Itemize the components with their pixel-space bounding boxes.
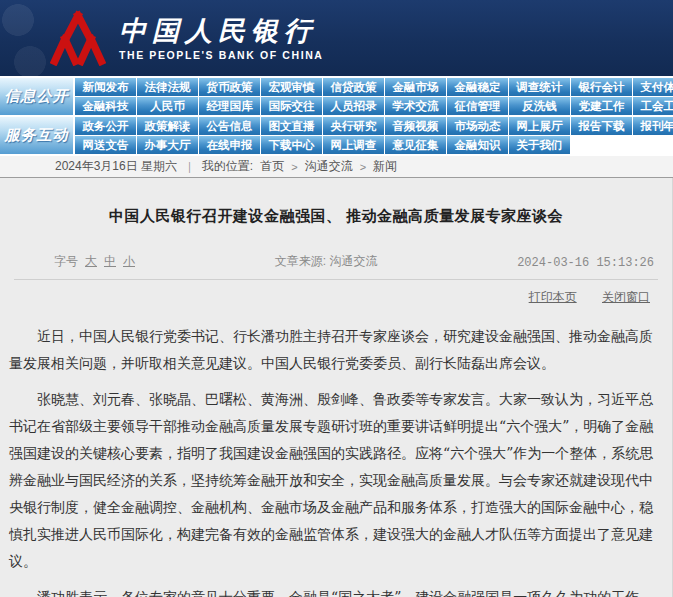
print-page-link[interactable]: 打印本页: [529, 290, 577, 304]
breadcrumb-separator-icon: >: [291, 161, 297, 173]
nav-item[interactable]: 网上调查: [323, 136, 384, 154]
article-body: 近日，中国人民银行党委书记、行长潘功胜主持召开专家座谈会，研究建设金融强国、推动…: [0, 323, 672, 597]
nav-item[interactable]: 下载中心: [261, 136, 322, 154]
nav-item[interactable]: 国际交往: [261, 97, 322, 115]
nav-item[interactable]: 在线申报: [199, 136, 260, 154]
breadcrumb: 2024年3月16日 星期六 ｜ 我的位置: 首页 > 沟通交流 > 新闻: [0, 156, 673, 178]
nav-item[interactable]: 人员招录: [323, 97, 384, 115]
article-source-label: 文章来源:: [275, 254, 326, 268]
article-paragraph: 近日，中国人民银行党委书记、行长潘功胜主持召开专家座谈会，研究建设金融强国、推动…: [9, 323, 663, 377]
article-meta-row: 字号 大 中 小 文章来源: 沟通交流 2024-03-16 15:13:26: [14, 253, 658, 280]
breadcrumb-divider: ｜: [184, 159, 195, 174]
page-title: 中国人民银行召开建设金融强国、 推动金融高质量发展专家座谈会: [30, 207, 642, 226]
nav-item[interactable]: 网上展厅: [509, 117, 570, 135]
nav-item[interactable]: 金融科技: [75, 97, 136, 115]
nav-item[interactable]: 金融稳定: [447, 78, 508, 96]
nav-item[interactable]: 信贷政策: [323, 78, 384, 96]
nav-item[interactable]: 政策解读: [137, 117, 198, 135]
nav-item[interactable]: 学术交流: [385, 97, 446, 115]
article-source: 文章来源: 沟通交流: [135, 253, 517, 270]
bank-name-en: THE PEOPLE'S BANK OF CHINA: [119, 49, 324, 61]
article-paragraph: 张晓慧、刘元春、张晓晶、巴曙松、黄海洲、殷剑峰、鲁政委等专家发言。大家一致认为，…: [9, 386, 663, 575]
nav-item[interactable]: 工会工作: [633, 97, 673, 115]
nav-row: 政务公开政策解读公告信息图文直播央行研究音频视频市场动态网上展厅报告下载报刊年鉴: [75, 117, 673, 135]
nav-item[interactable]: 关于我们: [509, 136, 570, 154]
nav-item[interactable]: 市场动态: [447, 117, 508, 135]
breadcrumb-separator-icon: >: [360, 161, 366, 173]
nav-item[interactable]: 新闻发布: [75, 78, 136, 96]
nav-group-label-service-interaction: 服务互动: [0, 117, 73, 154]
main-nav: 信息公开 新闻发布法律法规货币政策宏观审慎信贷政策金融市场金融稳定调查统计银行会…: [0, 76, 673, 156]
nav-item[interactable]: 图文直播: [261, 117, 322, 135]
font-size-large-link[interactable]: 大: [85, 253, 97, 270]
font-size-medium-link[interactable]: 中: [104, 253, 116, 270]
nav-group-label-info-disclosure: 信息公开: [0, 78, 73, 115]
nav-item[interactable]: 报告下载: [571, 117, 632, 135]
nav-rows-service-interaction: 政务公开政策解读公告信息图文直播央行研究音频视频市场动态网上展厅报告下载报刊年鉴…: [75, 117, 673, 154]
page: { "colors": { "header_bg": "#16305c", "l…: [0, 0, 673, 597]
font-size-label: 字号: [54, 253, 78, 270]
nav-item[interactable]: 政务公开: [75, 117, 136, 135]
nav-cell-empty: [633, 136, 673, 154]
nav-cell-empty: [571, 136, 632, 154]
nav-item[interactable]: 征信管理: [447, 97, 508, 115]
nav-item[interactable]: 央行研究: [323, 117, 384, 135]
nav-item[interactable]: 网送文告: [75, 136, 136, 154]
nav-item[interactable]: 货币政策: [199, 78, 260, 96]
nav-item[interactable]: 宏观审慎: [261, 78, 322, 96]
nav-item[interactable]: 金融知识: [447, 136, 508, 154]
nav-group-service-interaction: 服务互动 政务公开政策解读公告信息图文直播央行研究音频视频市场动态网上展厅报告下…: [0, 117, 673, 154]
nav-item[interactable]: 报刊年鉴: [633, 117, 673, 135]
site-header: 中国人民银行 THE PEOPLE'S BANK OF CHINA: [0, 0, 673, 76]
nav-item[interactable]: 意见征集: [385, 136, 446, 154]
nav-item[interactable]: 公告信息: [199, 117, 260, 135]
breadcrumb-location-label: 我的位置:: [202, 158, 253, 175]
font-size-controls: 字号 大 中 小: [54, 253, 135, 270]
bank-name-cn: 中国人民银行: [119, 16, 324, 46]
close-window-link[interactable]: 关闭窗口: [602, 290, 650, 304]
article-content: 中国人民银行召开建设金融强国、 推动金融高质量发展专家座谈会 字号 大 中 小 …: [0, 178, 673, 597]
pboc-logo-icon: [50, 10, 106, 66]
nav-rows-info-disclosure: 新闻发布法律法规货币政策宏观审慎信贷政策金融市场金融稳定调查统计银行会计支付体系…: [75, 78, 673, 115]
nav-item[interactable]: 银行会计: [571, 78, 632, 96]
nav-item[interactable]: 音频视频: [385, 117, 446, 135]
nav-row: 网送文告办事大厅在线申报下载中心网上调查意见征集金融知识关于我们: [75, 136, 673, 154]
bank-names: 中国人民银行 THE PEOPLE'S BANK OF CHINA: [119, 16, 324, 61]
nav-item[interactable]: 反洗钱: [509, 97, 570, 115]
nav-item[interactable]: 支付体系: [633, 78, 673, 96]
article-paragraph: 潘功胜表示，各位专家的意见十分重要。金融是“国之大者”，建设金融强国是一项久久为…: [9, 584, 663, 597]
nav-item[interactable]: 经理国库: [199, 97, 260, 115]
nav-item[interactable]: 法律法规: [137, 78, 198, 96]
nav-item[interactable]: 调查统计: [509, 78, 570, 96]
nav-item[interactable]: 金融市场: [385, 78, 446, 96]
article-datetime: 2024-03-16 15:13:26: [517, 256, 654, 270]
nav-item[interactable]: 人民币: [137, 97, 198, 115]
nav-row: 金融科技人民币经理国库国际交往人员招录学术交流征信管理反洗钱党建工作工会工作: [75, 97, 673, 115]
breadcrumb-home-link[interactable]: 首页: [260, 158, 284, 175]
breadcrumb-path-link[interactable]: 沟通交流: [305, 158, 353, 175]
font-size-small-link[interactable]: 小: [123, 253, 135, 270]
breadcrumb-current: 新闻: [373, 158, 397, 175]
nav-group-info-disclosure: 信息公开 新闻发布法律法规货币政策宏观审慎信贷政策金融市场金融稳定调查统计银行会…: [0, 78, 673, 115]
nav-item[interactable]: 党建工作: [571, 97, 632, 115]
nav-item[interactable]: 办事大厅: [137, 136, 198, 154]
breadcrumb-date: 2024年3月16日 星期六: [55, 158, 177, 175]
article-source-value: 沟通交流: [329, 254, 377, 268]
page-actions: 打印本页 关闭窗口: [0, 280, 672, 306]
nav-row: 新闻发布法律法规货币政策宏观审慎信贷政策金融市场金融稳定调查统计银行会计支付体系: [75, 78, 673, 96]
